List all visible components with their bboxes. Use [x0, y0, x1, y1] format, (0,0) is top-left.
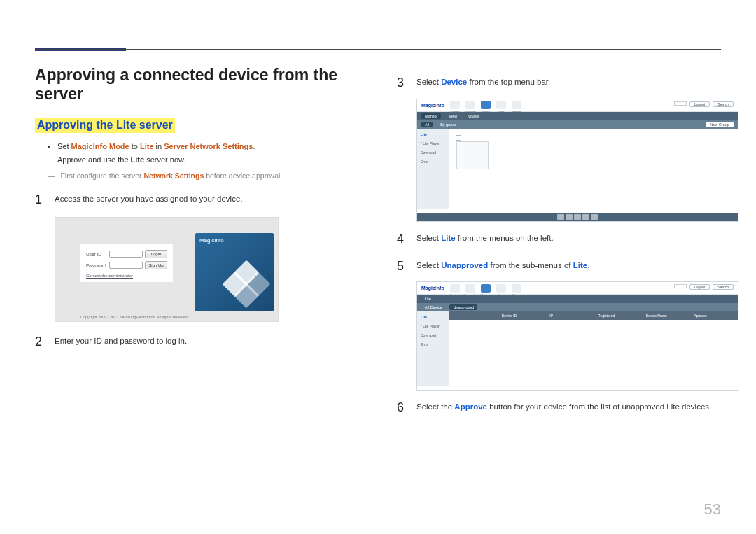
nav-user-icon[interactable]: [496, 284, 506, 293]
pager-icon[interactable]: [591, 214, 598, 220]
tab-usage[interactable]: Usage: [465, 113, 483, 119]
step-3: 3 Select Device from the top menu bar.: [397, 73, 721, 93]
nav-device-icon[interactable]: [481, 284, 491, 293]
intro-bullets: • Set MagicInfo Mode to Lite in Server N…: [48, 140, 355, 166]
nav-setting-icon[interactable]: [512, 101, 522, 109]
header-right: Logout Search: [674, 284, 734, 290]
signup-button[interactable]: Sign Up: [145, 261, 167, 269]
step-text: Select the Approve button for your devic…: [416, 398, 711, 418]
login-copyright: Copyright 2009 - 2013 SamsungElectronics…: [80, 315, 188, 319]
app-screenshot-1: MagicInfo Logout Search Monitor View Usa: [416, 99, 738, 222]
step-1: 1 Access the server you have assigned to…: [35, 190, 355, 210]
table-header: Device ID IP Registered Device Name Appr…: [449, 311, 738, 320]
password-label: Password: [86, 263, 107, 268]
pager-icon[interactable]: [557, 214, 564, 220]
sidebar-error[interactable]: Error: [419, 342, 447, 347]
step-5: 5 Select Unapproved from the sub-menus o…: [397, 256, 721, 276]
brand-tile-label: MagicInfo: [200, 237, 224, 244]
app-logo: MagicInfo: [421, 286, 444, 290]
right-column: 3 Select Device from the top menu bar. M…: [397, 66, 721, 423]
nav-user-icon[interactable]: [496, 101, 506, 109]
footer-bar: [417, 213, 738, 221]
nav-schedule-icon[interactable]: [465, 284, 475, 293]
sidebar-download[interactable]: Download: [419, 332, 447, 338]
page-title: Approving a connected device from the se…: [35, 66, 355, 104]
login-screenshot: User ID Login Password Sign Up Contact t…: [55, 217, 279, 322]
top-nav-icons: [450, 101, 522, 109]
user-id-field[interactable]: [109, 251, 143, 258]
tab-lite[interactable]: Lite: [421, 296, 435, 302]
step-text: Access the server you have assigned to y…: [55, 190, 242, 210]
nav-setting-icon[interactable]: [512, 284, 522, 293]
step-number: 4: [397, 229, 416, 249]
brand-tile: MagicInfo: [195, 233, 274, 311]
bullet-dot: •: [48, 140, 57, 153]
search-pill[interactable]: Search: [713, 284, 734, 290]
lang-icon[interactable]: [674, 284, 687, 288]
top-nav-icons: [450, 284, 522, 293]
step-2: 2 Enter your ID and password to log in.: [35, 332, 355, 352]
step-text: Select Unapproved from the sub-menus of …: [416, 256, 589, 276]
header-rule: [35, 49, 721, 50]
header-right: Logout Search: [674, 101, 734, 107]
section-heading: Approving the Lite server: [35, 118, 175, 133]
search-pill[interactable]: Search: [713, 101, 734, 107]
sidebar-error[interactable]: Error: [419, 159, 447, 164]
lang-icon[interactable]: [674, 101, 687, 106]
col-device-name[interactable]: Device Name: [642, 314, 690, 318]
sub-all-device[interactable]: All Device: [421, 304, 445, 310]
nav-schedule-icon[interactable]: [465, 101, 475, 109]
sidebar-lite-player[interactable]: * Lite Player: [419, 323, 447, 329]
brand-graphic: [225, 262, 267, 304]
pager-icon[interactable]: [566, 214, 573, 220]
logout-pill[interactable]: Logout: [690, 101, 710, 107]
login-button[interactable]: Login: [145, 250, 167, 258]
app-header: MagicInfo Logout Search: [417, 282, 738, 295]
step-number: 2: [35, 332, 55, 352]
checkbox-icon[interactable]: [456, 135, 461, 141]
new-group-button[interactable]: New Group: [706, 122, 734, 127]
app-header: MagicInfo Logout Search: [417, 99, 738, 112]
nav-device-icon[interactable]: [481, 101, 491, 109]
step-number: 1: [35, 190, 55, 210]
nav-content-icon[interactable]: [450, 284, 460, 293]
col-registered[interactable]: Registered: [594, 314, 642, 318]
left-column: Approving a connected device from the se…: [35, 66, 355, 423]
left-sidebar: Lite * Lite Player Download Error: [417, 129, 449, 209]
app-screenshot-2: MagicInfo Logout Search Lite All D: [416, 281, 738, 391]
step-text: Enter your ID and password to log in.: [55, 332, 187, 352]
pager-icon[interactable]: [582, 214, 589, 220]
tab-view[interactable]: View: [445, 113, 461, 119]
app-logo: MagicInfo: [421, 103, 444, 108]
contact-admin-link[interactable]: Contact the administrator: [86, 274, 167, 278]
pager-icon[interactable]: [574, 214, 581, 220]
tab-monitor[interactable]: Monitor: [421, 113, 441, 119]
col-device-id[interactable]: Device ID: [498, 314, 546, 318]
sub-all[interactable]: All: [421, 122, 433, 127]
password-field[interactable]: [109, 262, 143, 269]
logout-pill[interactable]: Logout: [690, 284, 710, 290]
content-pane: Device ID IP Registered Device Name Appr…: [449, 311, 738, 386]
sidebar-lite[interactable]: Lite: [419, 132, 447, 137]
sidebar-lite-player[interactable]: * Lite Player: [419, 141, 447, 146]
step-text: Select Lite from the menus on the left.: [416, 229, 554, 249]
left-sidebar: Lite * Lite Player Download Error: [417, 311, 449, 386]
step-4: 4 Select Lite from the menus on the left…: [397, 229, 721, 249]
secondary-tab-bar: All By group New Group: [417, 120, 738, 129]
col-approve[interactable]: Approve: [690, 314, 738, 318]
sidebar-download[interactable]: Download: [419, 150, 447, 155]
bullet-line-2: Approve and use the Lite server now.: [57, 153, 186, 167]
user-id-label: User ID: [86, 252, 107, 257]
col-ip[interactable]: IP: [545, 314, 594, 318]
step-number: 3: [397, 73, 416, 93]
step-number: 6: [397, 398, 416, 418]
sub-unapproved[interactable]: Unapproved: [449, 304, 477, 310]
sidebar-lite[interactable]: Lite: [419, 314, 447, 320]
content-pane: [449, 129, 738, 209]
sub-by-group[interactable]: By group: [437, 122, 459, 127]
page-number: 53: [704, 500, 721, 519]
login-form: User ID Login Password Sign Up Contact t…: [80, 244, 173, 282]
config-note: First configure the server Network Setti…: [48, 171, 355, 180]
nav-content-icon[interactable]: [450, 101, 460, 109]
device-thumb[interactable]: [456, 141, 489, 169]
